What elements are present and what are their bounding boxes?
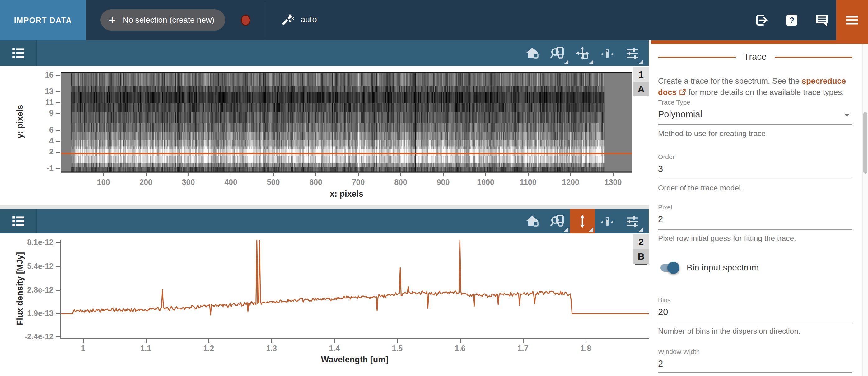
intro-text: for more details on the available trace … xyxy=(686,88,844,96)
viewer2-layer-badge[interactable]: B xyxy=(633,249,649,264)
viewer1-toolbar xyxy=(0,40,649,66)
subset-select-button[interactable]: + No selection (create new) xyxy=(100,9,225,30)
bins-field: Bins 20 Number of bins in the dispersion… xyxy=(658,296,852,343)
x-tick-mark xyxy=(400,172,401,176)
x-tick-label: 700 xyxy=(340,178,377,187)
x-tick-label: 600 xyxy=(297,178,335,187)
x-tick-label: 100 xyxy=(85,178,122,187)
specviz2d-app: IMPORT DATA + No selection (create new) … xyxy=(0,0,868,376)
viewer2-id-badge[interactable]: 2 xyxy=(633,234,649,249)
x-tick-mark xyxy=(188,172,189,176)
x-tick-label: 1.7 xyxy=(504,344,541,353)
x-tick-label: 500 xyxy=(255,178,292,187)
x-tick-label: 300 xyxy=(170,178,207,187)
order-label: Order xyxy=(658,153,675,161)
dropdown-corner-icon xyxy=(639,227,643,232)
main-menu-button[interactable] xyxy=(836,0,868,40)
x-tick-mark xyxy=(523,339,524,343)
help-button[interactable]: ? xyxy=(784,13,799,28)
trace-type-select[interactable]: Polynomial xyxy=(658,109,852,119)
dropdown-corner-icon xyxy=(564,227,568,232)
input-underline xyxy=(658,229,852,230)
menu-icon xyxy=(844,13,860,28)
x-tick-label: 1300 xyxy=(594,178,632,187)
tray-scrollbar-thumb[interactable] xyxy=(863,112,867,174)
viewer-area: 1002003004005006007008009001000110012001… xyxy=(0,40,649,376)
viewer2-column-select-button[interactable] xyxy=(595,209,620,233)
toolbar-divider xyxy=(265,2,266,38)
tray-accent-bar xyxy=(651,40,868,44)
y-tick-mark xyxy=(56,266,60,267)
viewer1-column-select-button[interactable] xyxy=(595,40,620,66)
viewer2-y-axis-title: Flux density [MJy] xyxy=(15,245,25,332)
viewer1-data-menu-button[interactable] xyxy=(4,44,33,62)
sliders-icon xyxy=(625,214,640,229)
viewer1-layer-badge[interactable]: A xyxy=(633,82,649,96)
x-tick-mark xyxy=(397,339,398,343)
x-tick-mark xyxy=(613,172,614,176)
x-tick-label: 1000 xyxy=(467,178,504,187)
bins-input[interactable]: 20 xyxy=(658,307,852,317)
x-tick-label: 1100 xyxy=(509,178,547,187)
feedback-button[interactable] xyxy=(814,13,830,28)
pixel-field: Pixel 2 Pixel row initial guess for fitt… xyxy=(658,204,852,250)
feedback-icon xyxy=(814,13,830,28)
spectrum-2d-image[interactable] xyxy=(61,72,632,172)
subset-color-indicator[interactable] xyxy=(241,15,250,26)
home-zoom-icon xyxy=(525,46,540,61)
viewer1-box-zoom-button[interactable] xyxy=(545,40,570,66)
trace-line xyxy=(61,152,632,154)
viewer2-reset-zoom-button[interactable] xyxy=(520,209,545,233)
bins-label: Bins xyxy=(658,296,671,304)
input-underline xyxy=(658,124,852,125)
viewer2-data-menu-button[interactable] xyxy=(4,212,33,230)
x-tick-mark xyxy=(570,172,571,176)
x-tick-mark xyxy=(146,339,147,343)
viewer1-reset-zoom-button[interactable] xyxy=(520,40,545,66)
toggle-knob[interactable] xyxy=(667,262,679,274)
window-width-field: Window Width 2 xyxy=(658,348,852,376)
viewer1-x-axis xyxy=(61,172,632,173)
spectrum-1d-plot[interactable] xyxy=(61,240,649,338)
y-tick-label: 8.1e-12 xyxy=(6,238,54,247)
viewer2-plot-options-button[interactable] xyxy=(620,209,645,233)
order-field: Order 3 Order of the trace model. xyxy=(658,153,852,200)
x-tick-mark xyxy=(83,339,84,343)
y-tick-mark xyxy=(56,113,60,114)
import-data-button[interactable]: IMPORT DATA xyxy=(0,0,86,40)
viewer1-y-axis-title: y: pixels xyxy=(15,84,25,159)
x-tick-mark xyxy=(528,172,529,176)
x-tick-mark xyxy=(103,172,104,176)
x-tick-mark xyxy=(273,172,274,176)
viewer1-tools xyxy=(520,40,645,66)
viewer1-pan-zoom-button[interactable] xyxy=(570,40,595,66)
subset-select-label: No selection (create new) xyxy=(123,15,214,25)
x-tick-label: 1.4 xyxy=(316,344,353,353)
x-tick-mark xyxy=(334,339,335,343)
pixel-input[interactable]: 2 xyxy=(658,214,852,224)
viewer2-pan-vertical-button[interactable] xyxy=(570,209,595,233)
trace-type-field: Trace Type Polynomial Method to use for … xyxy=(658,99,852,145)
layer-color-underline xyxy=(635,264,647,265)
plugin-tray: Trace Create a trace for the spectrum. S… xyxy=(649,40,868,376)
viewer1-id-badge[interactable]: 1 xyxy=(633,67,649,82)
order-input[interactable]: 3 xyxy=(658,164,852,174)
x-tick-mark xyxy=(230,172,231,176)
viewer2-y-axis xyxy=(60,240,61,339)
viewer2-toolbar xyxy=(0,209,649,233)
tray-scrollbar xyxy=(862,44,868,376)
viewer2-box-zoom-button[interactable] xyxy=(545,209,570,233)
window-width-input[interactable]: 2 xyxy=(658,358,852,369)
export-button[interactable] xyxy=(754,13,769,28)
column-select-icon xyxy=(600,46,615,61)
vertical-pan-icon xyxy=(575,214,590,229)
x-tick-label: 1.8 xyxy=(567,344,604,353)
viewer1-plot-options-button[interactable] xyxy=(620,40,645,66)
dropdown-corner-icon xyxy=(589,227,593,232)
magic-wand-icon[interactable] xyxy=(279,13,294,28)
viewer2-tools xyxy=(520,209,645,233)
chevron-down-icon[interactable] xyxy=(844,114,850,117)
x-tick-mark xyxy=(443,172,444,176)
bin-spectrum-toggle[interactable]: Bin input spectrum xyxy=(658,260,852,276)
order-hint: Order of the trace model. xyxy=(658,184,852,192)
